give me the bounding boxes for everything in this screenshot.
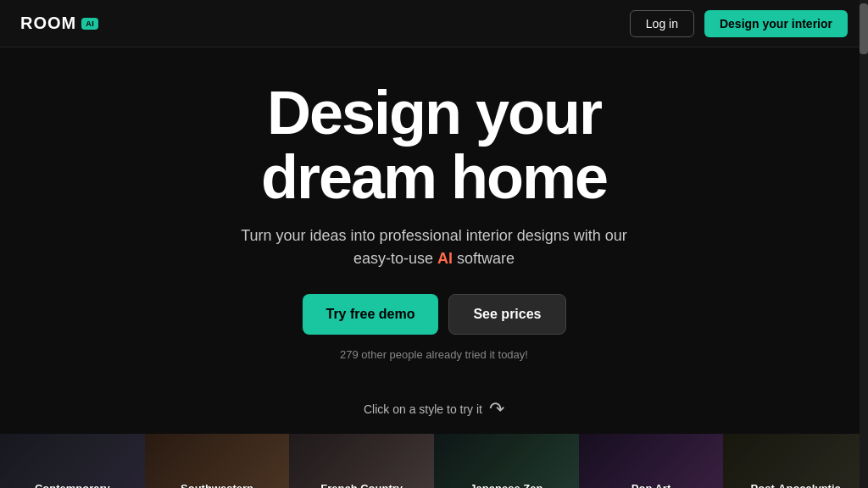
styles-hint: Click on a style to try it ↷	[0, 398, 868, 420]
styles-section: Click on a style to try it ↷ Contemporar…	[0, 398, 868, 488]
style-card-southwestern[interactable]: Southwestern	[145, 434, 290, 488]
style-card-bg	[0, 434, 145, 488]
design-your-interior-button[interactable]: Design your interior	[704, 10, 848, 37]
hero-title: Design your dream home	[261, 81, 607, 209]
subtitle-before-ai: Turn your ideas into professional interi…	[241, 227, 627, 267]
subtitle-ai: AI	[437, 250, 453, 267]
style-card-bg	[145, 434, 290, 488]
logo: ROOM AI	[20, 14, 98, 33]
social-proof-text: 279 other people already tried it today!	[340, 348, 528, 361]
hero-title-line2: dream home	[261, 143, 607, 211]
navbar: ROOM AI Log in Design your interior	[0, 0, 868, 47]
arrow-icon: ↷	[489, 398, 504, 420]
style-card-label: Contemporary	[0, 482, 145, 488]
logo-badge: AI	[81, 18, 98, 30]
style-card-label: Southwestern	[145, 482, 290, 488]
style-card-french[interactable]: French Country	[289, 434, 434, 488]
style-card-bg	[434, 434, 579, 488]
style-card-postapocalyptic[interactable]: Post-Apocalyptic	[723, 434, 868, 488]
styles-hint-text: Click on a style to try it	[364, 402, 482, 416]
logo-text: ROOM	[20, 14, 76, 33]
hero-buttons: Try free demo See prices	[303, 294, 566, 335]
style-card-contemporary[interactable]: Contemporary	[0, 434, 145, 488]
subtitle-after-ai: software	[453, 250, 515, 267]
hero-title-line1: Design your	[267, 79, 601, 147]
hero-section: Design your dream home Turn your ideas i…	[0, 47, 868, 378]
style-card-bg	[289, 434, 434, 488]
styles-row: Contemporary Southwestern French Country…	[0, 434, 868, 488]
style-card-label: Post-Apocalyptic	[723, 482, 868, 488]
try-free-demo-button[interactable]: Try free demo	[303, 294, 439, 335]
hero-subtitle: Turn your ideas into professional interi…	[222, 225, 646, 270]
style-card-japanese[interactable]: Japanese Zen	[434, 434, 579, 488]
style-card-label: Pop Art	[579, 482, 724, 488]
style-card-bg	[579, 434, 724, 488]
style-card-label: French Country	[289, 482, 434, 488]
nav-actions: Log in Design your interior	[630, 10, 848, 37]
style-card-popart[interactable]: Pop Art	[579, 434, 724, 488]
scrollbar-thumb[interactable]	[860, 3, 868, 54]
login-button[interactable]: Log in	[630, 10, 694, 37]
see-prices-button[interactable]: See prices	[448, 294, 565, 335]
style-card-bg	[723, 434, 868, 488]
scrollbar[interactable]	[860, 0, 868, 488]
style-card-label: Japanese Zen	[434, 482, 579, 488]
